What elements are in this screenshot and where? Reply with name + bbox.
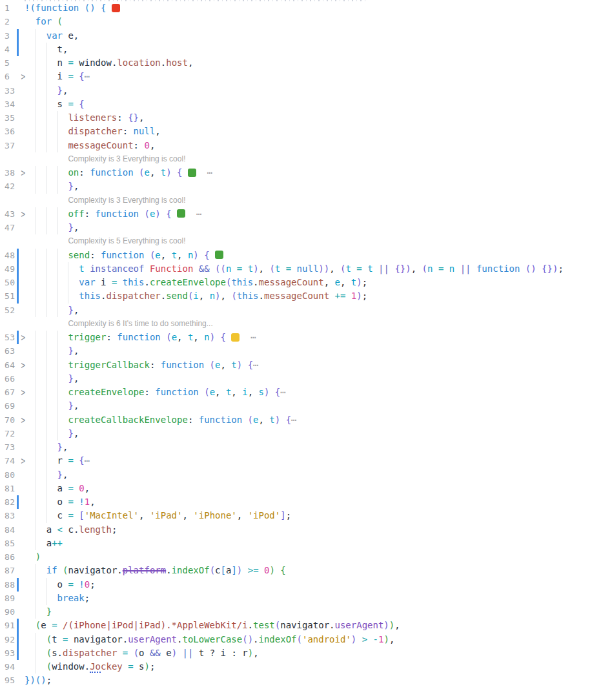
code-token[interactable] (362, 263, 367, 274)
code-text[interactable]: on: function (e, t) { ⋯ (0, 166, 592, 180)
code-text[interactable]: off: function (e) { ⋯ (0, 207, 592, 221)
code-text[interactable]: (s.dispatcher = (o && e) || t ? i : r), (0, 646, 592, 660)
line-number[interactable]: 81 (5, 482, 17, 495)
code-token[interactable] (367, 634, 373, 644)
code-token[interactable] (193, 263, 198, 274)
code-token[interactable]: && (199, 263, 210, 274)
code-token[interactable] (215, 332, 220, 342)
code-text[interactable]: this.dispatcher.send(i, n), (this.messag… (0, 289, 592, 303)
code-token[interactable]: 1 (85, 497, 90, 507)
code-token[interactable]: t (248, 263, 253, 274)
code-token[interactable]: = (68, 455, 73, 466)
line-number[interactable]: 95 (5, 674, 17, 687)
code-text[interactable]: trigger: function (e, t, n) { ⋯ (0, 331, 592, 344)
code-token[interactable] (204, 360, 209, 370)
code-token[interactable]: 'MacIntel' (85, 510, 139, 520)
code-token[interactable]: ( (210, 360, 215, 370)
code-token[interactable]: { (204, 250, 209, 260)
code-text[interactable]: (e = /(iPhone|iPod|iPad).*AppleWebKit/i.… (0, 619, 592, 632)
code-token[interactable]: test (253, 620, 275, 630)
code-token[interactable]: , (340, 277, 351, 287)
code-token[interactable]: var (46, 30, 63, 41)
code-token[interactable]: ; (112, 524, 117, 535)
line-number[interactable]: 87 (5, 564, 17, 577)
code-token[interactable]: : (134, 140, 145, 150)
line-number[interactable]: 74 (5, 454, 17, 468)
code-token[interactable]: , (182, 510, 193, 520)
code-token[interactable]: 0 (85, 579, 90, 590)
code-token[interactable]: ( (248, 415, 253, 425)
code-token[interactable]: . (259, 291, 264, 301)
code-token[interactable]: break (57, 593, 85, 603)
code-token[interactable]: e, (63, 30, 79, 41)
code-token[interactable] (52, 16, 57, 26)
code-token[interactable]: : (188, 415, 199, 425)
code-token[interactable]: if (46, 565, 57, 575)
code-token[interactable]: ) (237, 565, 242, 575)
code-token[interactable]: () (242, 634, 253, 644)
code-token[interactable] (106, 3, 111, 13)
code-token[interactable]: ) (383, 634, 389, 644)
code-token[interactable] (199, 250, 204, 260)
code-text[interactable]: ) (0, 550, 592, 564)
code-token[interactable]: , (259, 263, 270, 274)
code-token[interactable]: , (63, 85, 68, 96)
code-token[interactable] (329, 291, 334, 301)
code-token[interactable] (242, 263, 247, 274)
code-token[interactable]: dispatcher (68, 126, 122, 136)
code-text[interactable]: createCallbackEnvelope: function (e, t) … (0, 413, 592, 427)
code-token[interactable] (25, 442, 57, 452)
code-token[interactable] (161, 332, 166, 342)
code-token[interactable]: , (74, 345, 79, 356)
code-token[interactable]: : (85, 209, 96, 219)
code-token[interactable] (345, 291, 351, 301)
code-token[interactable] (536, 263, 542, 274)
code-token[interactable]: . (161, 291, 166, 301)
code-text[interactable]: dispatcher: null, (0, 125, 592, 138)
code-token[interactable]: instanceof (90, 263, 144, 274)
code-token[interactable]: , (139, 510, 150, 520)
code-token[interactable]: )) (318, 263, 329, 274)
code-token[interactable]: } (57, 469, 63, 480)
code-token[interactable]: c (63, 524, 74, 535)
code-token[interactable]: ckey (101, 661, 123, 672)
code-text[interactable]: t instanceof Function && ((n = t), (t = … (0, 262, 592, 276)
code-token[interactable]: , (74, 181, 79, 191)
code-text[interactable]: if (navigator.platform.indexOf(c[a]) >= … (0, 564, 592, 577)
code-text[interactable]: createEnvelope: function (e, t, i, s) {⋯ (0, 386, 592, 399)
code-token[interactable]: indexOf (172, 565, 210, 575)
code-token[interactable] (240, 332, 250, 342)
code-token[interactable] (199, 387, 204, 397)
code-token[interactable]: || (378, 263, 389, 274)
code-token[interactable]: , (74, 305, 79, 315)
line-number[interactable]: 43 (5, 207, 17, 221)
code-text[interactable]: var i = this.createEnvelope(this.message… (0, 276, 592, 289)
code-token[interactable]: n (449, 263, 454, 274)
code-token[interactable]: : (79, 167, 90, 178)
code-token[interactable]: t (79, 263, 84, 274)
code-token[interactable]: /(iPhone|iPod|iPad).*AppleWebKit/i (63, 620, 248, 630)
code-token[interactable]: ) (269, 565, 274, 575)
code-token[interactable] (57, 565, 63, 575)
code-token[interactable]: length (79, 524, 112, 535)
code-token[interactable]: , (177, 250, 188, 260)
code-token[interactable]: : (123, 126, 134, 136)
code-token[interactable] (373, 263, 378, 274)
code-text[interactable]: r = {⋯ (0, 454, 592, 468)
line-number[interactable]: 34 (5, 98, 17, 111)
code-token[interactable]: e (172, 332, 177, 342)
code-token[interactable]: , (74, 373, 79, 384)
fold-chevron-icon[interactable]: > (19, 68, 28, 86)
line-number[interactable]: 48 (5, 249, 17, 262)
code-token[interactable]: window (74, 57, 112, 68)
code-token[interactable]: = (68, 579, 73, 590)
code-token[interactable] (25, 551, 36, 562)
code-token[interactable]: , (139, 112, 144, 123)
line-number[interactable]: 33 (5, 84, 17, 98)
line-number[interactable]: 93 (5, 646, 17, 660)
line-number[interactable]: 67 (5, 386, 17, 399)
line-number[interactable]: 72 (5, 427, 17, 440)
code-text[interactable]: for ( (0, 15, 592, 28)
code-token[interactable]: o (139, 648, 150, 658)
code-token[interactable]: ) (405, 263, 411, 274)
